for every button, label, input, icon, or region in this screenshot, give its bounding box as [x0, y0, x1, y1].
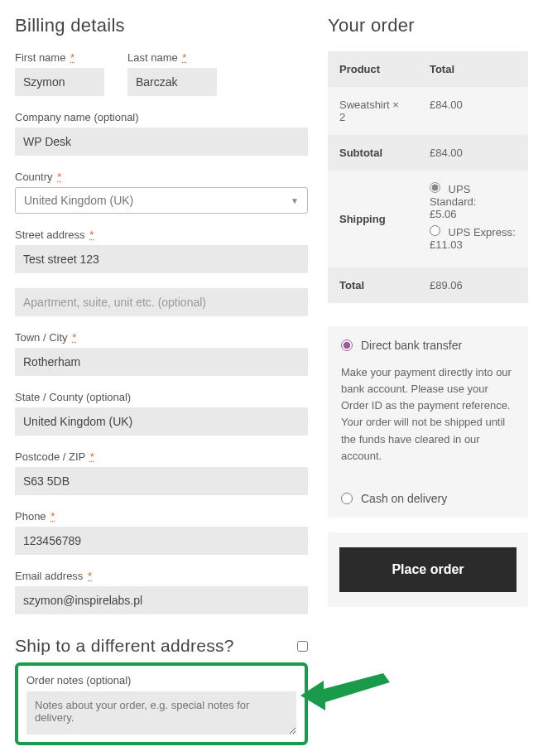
first-name-label: First name *: [15, 51, 104, 64]
street-label: Street address *: [15, 229, 308, 241]
country-value: United Kingdom (UK): [24, 194, 133, 207]
postcode-input[interactable]: [15, 467, 308, 495]
last-name-input[interactable]: [127, 68, 217, 96]
billing-heading: Billing details: [15, 15, 308, 36]
pay-cod-label: Cash on delivery: [361, 492, 447, 505]
ship-standard-price: £5.06: [430, 208, 517, 220]
table-row: Shipping UPS Standard: £5.06 UPS Express…: [328, 171, 528, 267]
country-label: Country *: [15, 171, 308, 183]
place-order-button[interactable]: Place order: [339, 547, 517, 592]
shipping-label: Shipping: [328, 171, 418, 267]
street2-input[interactable]: [15, 288, 308, 316]
pay-cod-radio[interactable]: [341, 493, 353, 504]
line-item-name: Sweatshirt × 2: [328, 87, 418, 135]
email-label: Email address *: [15, 570, 308, 582]
last-name-label: Last name *: [127, 51, 217, 64]
pay-bank-transfer-desc: Make your payment directly into our bank…: [328, 364, 528, 479]
street-input[interactable]: [15, 245, 308, 273]
required-icon: *: [89, 229, 94, 241]
ship-standard-radio[interactable]: [430, 182, 440, 193]
line-item-total: £84.00: [418, 87, 528, 135]
chevron-down-icon: ▼: [291, 196, 299, 205]
col-total: Total: [418, 51, 528, 87]
pay-bank-transfer-label: Direct bank transfer: [361, 339, 462, 352]
required-icon: *: [90, 450, 94, 463]
subtotal-value: £84.00: [418, 135, 528, 171]
order-notes-label: Order notes (optional): [26, 674, 296, 686]
required-icon: *: [182, 51, 186, 64]
required-icon: *: [50, 510, 55, 522]
pay-bank-transfer-radio[interactable]: [341, 339, 353, 351]
phone-input[interactable]: [15, 527, 308, 555]
postcode-label: Postcode / ZIP *: [15, 450, 308, 463]
state-input[interactable]: [15, 407, 308, 436]
table-row: Total £89.06: [328, 267, 528, 303]
payment-methods: Direct bank transfer Make your payment d…: [328, 326, 528, 518]
required-icon: *: [70, 51, 74, 64]
ship-express-label: UPS Express:: [449, 226, 516, 238]
ship-different-checkbox[interactable]: [297, 641, 308, 652]
table-row: Sweatshirt × 2 £84.00: [328, 87, 528, 135]
total-value: £89.06: [418, 267, 528, 303]
order-heading: Your order: [328, 15, 528, 36]
order-summary-table: Product Total Sweatshirt × 2 £84.00 Subt…: [328, 51, 528, 303]
city-input[interactable]: [15, 348, 308, 376]
required-icon: *: [57, 171, 61, 183]
ship-express-price: £11.03: [430, 238, 517, 251]
email-input[interactable]: [15, 586, 308, 614]
city-label: Town / City *: [15, 331, 308, 344]
order-notes-highlight: Order notes (optional): [15, 662, 308, 745]
first-name-input[interactable]: [15, 68, 104, 96]
required-icon: *: [88, 570, 92, 582]
order-notes-textarea[interactable]: [26, 691, 296, 734]
state-label: State / County (optional): [15, 391, 308, 403]
company-label: Company name (optional): [15, 111, 308, 123]
subtotal-label: Subtotal: [328, 135, 418, 171]
country-select[interactable]: United Kingdom (UK) ▼: [15, 187, 308, 214]
ship-different-heading: Ship to a different address?: [15, 636, 234, 656]
total-label: Total: [328, 267, 418, 303]
col-product: Product: [328, 51, 418, 87]
table-row: Subtotal £84.00: [328, 135, 528, 171]
phone-label: Phone *: [15, 510, 308, 522]
company-input[interactable]: [15, 128, 308, 156]
ship-express-radio[interactable]: [430, 225, 440, 236]
required-icon: *: [72, 331, 76, 344]
